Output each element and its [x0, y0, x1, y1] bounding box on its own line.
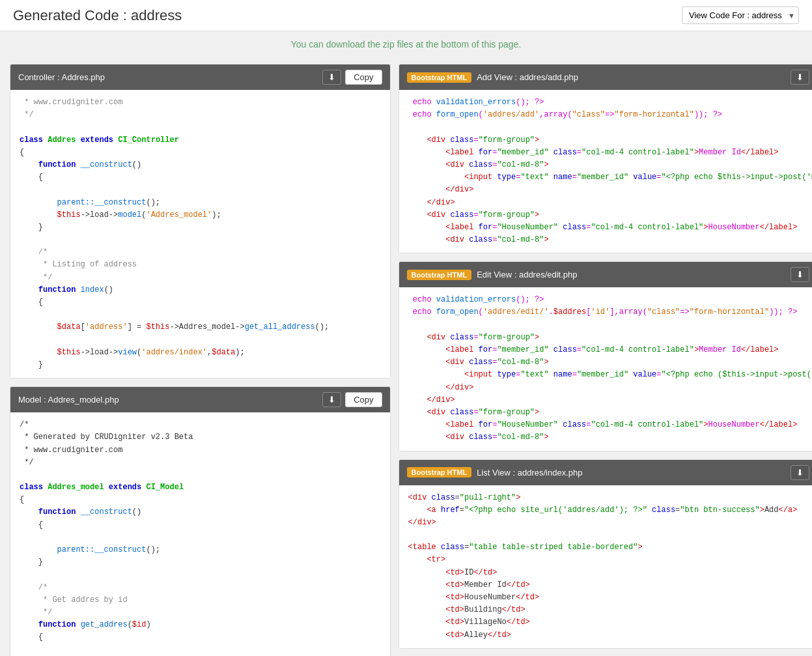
notice-text: You can download the zip files at the bo… — [291, 39, 522, 50]
add-view-download-button[interactable]: ⬇ — [791, 70, 809, 85]
controller-header-left: Controller : Addres.php — [18, 72, 105, 82]
model-header-left: Model : Addres_model.php — [18, 395, 119, 405]
left-column: Controller : Addres.php ⬇ Copy * www.cru… — [10, 64, 391, 656]
list-view-panel-buttons: ⬇ Copy — [791, 465, 812, 480]
edit-view-panel-buttons: ⬇ Copy — [791, 267, 812, 282]
controller-code-body: * www.crudigniter.com */ class Addres ex… — [10, 90, 390, 378]
controller-copy-button[interactable]: Copy — [345, 70, 382, 85]
list-view-panel: Bootstrap HTML List View : addres/index.… — [399, 459, 812, 649]
model-panel-buttons: ⬇ Copy — [322, 392, 382, 407]
model-panel-header: Model : Addres_model.php ⬇ Copy — [10, 387, 390, 412]
edit-view-bootstrap-badge: Bootstrap HTML — [407, 270, 472, 280]
edit-view-header-left: Bootstrap HTML Edit View : addres/edit.p… — [407, 270, 578, 280]
add-view-bootstrap-badge: Bootstrap HTML — [407, 72, 472, 83]
notice-bar: You can download the zip files at the bo… — [0, 31, 812, 57]
page-title: Generated Code : address — [13, 7, 182, 24]
add-view-panel-title: Add View : addres/add.php — [477, 72, 578, 82]
add-view-panel-buttons: ⬇ Copy — [791, 70, 812, 85]
controller-panel: Controller : Addres.php ⬇ Copy * www.cru… — [10, 64, 391, 378]
list-view-code-body: <div class="pull-right"> <a href="<?php … — [399, 485, 812, 648]
list-view-panel-title: List View : addres/index.php — [477, 468, 582, 478]
edit-view-panel: Bootstrap HTML Edit View : addres/edit.p… — [399, 261, 812, 451]
edit-view-code-body: echo validation_errors(); ?> echo form_o… — [399, 287, 812, 450]
add-view-panel-header: Bootstrap HTML Add View : addres/add.php… — [399, 64, 812, 90]
controller-panel-header: Controller : Addres.php ⬇ Copy — [10, 64, 390, 90]
view-code-select-wrapper[interactable]: View Code For : address ▼ — [682, 7, 799, 24]
edit-view-panel-title: Edit View : addres/edit.php — [477, 270, 577, 279]
controller-panel-buttons: ⬇ Copy — [322, 70, 382, 85]
list-view-bootstrap-badge: Bootstrap HTML — [407, 467, 472, 478]
right-column: Bootstrap HTML Add View : addres/add.php… — [399, 64, 812, 656]
add-view-panel: Bootstrap HTML Add View : addres/add.php… — [399, 64, 812, 253]
model-code-body: /* * Generated by CRUDigniter v2.3 Beta … — [10, 412, 390, 656]
view-code-select[interactable]: View Code For : address — [682, 7, 799, 24]
edit-view-panel-header: Bootstrap HTML Edit View : addres/edit.p… — [399, 262, 812, 287]
list-view-header-left: Bootstrap HTML List View : addres/index.… — [407, 467, 583, 478]
model-panel-title: Model : Addres_model.php — [18, 395, 119, 405]
model-panel: Model : Addres_model.php ⬇ Copy /* * Gen… — [10, 386, 391, 656]
list-view-download-button[interactable]: ⬇ — [791, 465, 809, 480]
edit-view-download-button[interactable]: ⬇ — [791, 267, 809, 282]
top-bar: Generated Code : address View Code For :… — [0, 0, 812, 31]
model-copy-button[interactable]: Copy — [345, 392, 382, 407]
add-view-code-body: echo validation_errors(); ?> echo form_o… — [399, 90, 812, 253]
controller-panel-title: Controller : Addres.php — [18, 72, 105, 82]
list-view-panel-header: Bootstrap HTML List View : addres/index.… — [399, 460, 812, 485]
add-view-header-left: Bootstrap HTML Add View : addres/add.php — [407, 72, 578, 83]
main-content: Controller : Addres.php ⬇ Copy * www.cru… — [0, 57, 812, 656]
controller-download-button[interactable]: ⬇ — [322, 70, 341, 85]
model-download-button[interactable]: ⬇ — [322, 392, 341, 407]
